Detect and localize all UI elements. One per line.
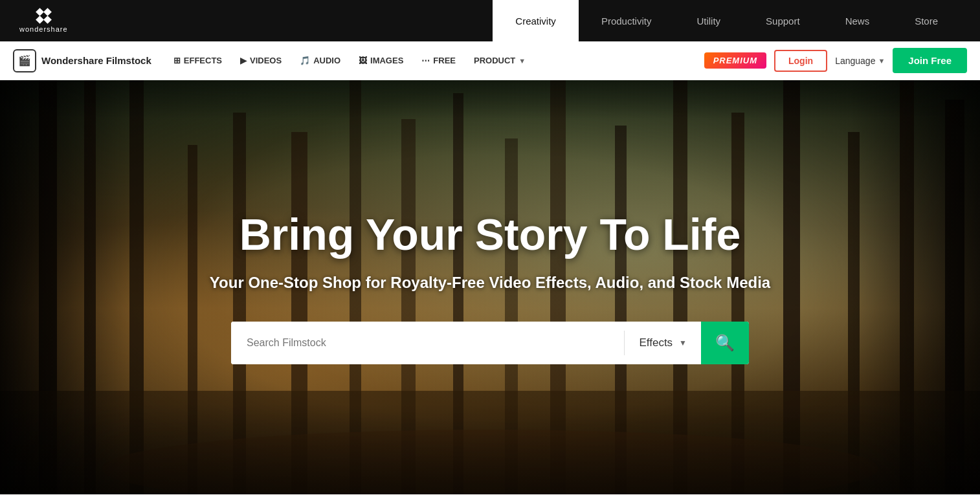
top-nav-item-creativity[interactable]: Creativity [493,0,579,41]
wondershare-logo[interactable]: wondershare [19,9,68,33]
filmstock-logo-text: Wondershare Filmstock [41,55,151,66]
hero-title: Bring Your Story To Life [210,210,770,259]
top-nav-item-store[interactable]: Store [892,0,961,41]
search-category-dropdown[interactable]: Effects ▼ [625,322,701,364]
hero-subtitle: Your One-Stop Shop for Royalty-Free Vide… [210,270,770,295]
language-chevron-icon: ▼ [878,57,885,65]
sub-nav-images[interactable]: 🖼 IMAGES [350,52,412,69]
sub-nav-product[interactable]: PRODUCT ▼ [465,52,535,69]
join-free-button[interactable]: Join Free [893,48,967,73]
top-nav-item-news[interactable]: News [823,0,893,41]
search-button[interactable]: 🔍 [701,322,749,364]
hero-content: Bring Your Story To Life Your One-Stop S… [171,210,809,295]
login-button[interactable]: Login [774,50,827,72]
sub-nav-items: ⊞ EFFECTS ▶ VIDEOS 🎵 AUDIO 🖼 IMAGES ⋯ FR… [164,52,704,69]
filmstock-logo[interactable]: 🎬 Wondershare Filmstock [13,49,151,72]
top-nav-item-productivity[interactable]: Productivity [579,0,674,41]
top-nav-items: Creativity Productivity Utility Support … [493,0,961,41]
premium-badge[interactable]: PREMIUM [704,52,766,69]
hero-search-bar: Effects ▼ 🔍 [231,322,749,364]
top-nav-item-support[interactable]: Support [743,0,823,41]
images-icon: 🖼 [359,56,367,65]
free-icon: ⋯ [421,56,430,65]
sub-nav-free[interactable]: ⋯ FREE [412,52,465,69]
hero-section: Bring Your Story To Life Your One-Stop S… [0,80,980,494]
sub-nav-effects[interactable]: ⊞ EFFECTS [164,52,231,69]
product-dropdown-icon: ▼ [518,57,526,65]
audio-icon: 🎵 [300,56,310,65]
sub-nav-audio[interactable]: 🎵 AUDIO [291,52,350,69]
effects-icon: ⊞ [173,56,181,65]
search-category-label: Effects [639,336,673,349]
wondershare-wordmark: wondershare [19,25,68,33]
videos-icon: ▶ [240,56,247,65]
sub-nav-actions: PREMIUM Login Language ▼ Join Free [704,48,967,73]
sub-navigation: 🎬 Wondershare Filmstock ⊞ EFFECTS ▶ VIDE… [0,41,980,80]
top-nav-item-utility[interactable]: Utility [674,0,743,41]
search-icon: 🔍 [715,334,735,352]
search-input[interactable] [231,322,624,364]
language-selector[interactable]: Language ▼ [835,56,885,66]
top-navigation: wondershare Creativity Productivity Util… [0,0,980,41]
filmstock-logo-icon: 🎬 [13,49,36,72]
search-dropdown-chevron-icon: ▼ [679,338,687,347]
sub-nav-videos[interactable]: ▶ VIDEOS [231,52,291,69]
